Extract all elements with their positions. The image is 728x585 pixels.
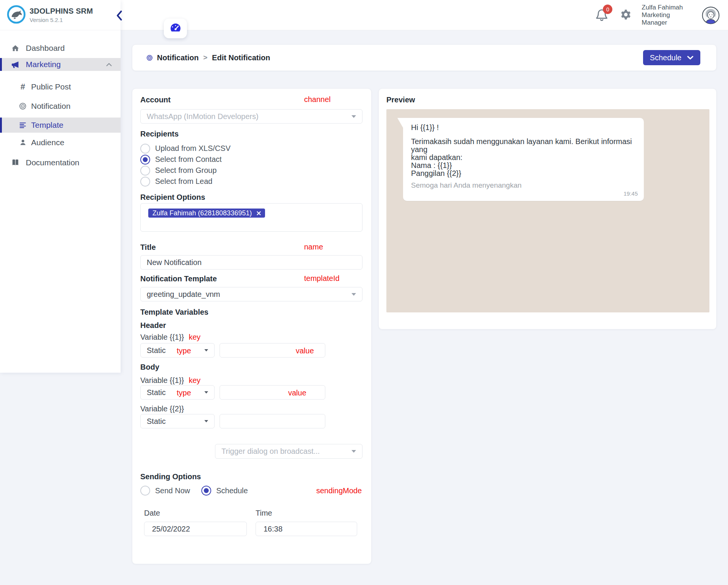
account-select[interactable]: WhatsApp (InMotion Developers): [140, 109, 362, 124]
annotation-key: key: [189, 333, 201, 341]
recipient-source-option-contact[interactable]: Select from Contact: [140, 154, 362, 165]
message-body: Terimakasih sudah menggunakan layanan ka…: [411, 138, 637, 177]
sending-option-send-now[interactable]: Send Now: [140, 485, 190, 496]
account-select-value: WhatsApp (InMotion Developers): [147, 112, 259, 121]
notification-form-card: Account channel WhatsApp (InMotion Devel…: [132, 88, 372, 564]
sidebar-item-template[interactable]: Template: [0, 118, 121, 133]
breadcrumb-current-page: Edit Notification: [212, 53, 270, 62]
schedule-action-button[interactable]: Schedule: [643, 50, 700, 65]
preview-label: Preview: [386, 96, 709, 104]
annotation-name: name: [304, 243, 323, 251]
annotation-type: type: [177, 389, 191, 397]
annotation-sending-mode: sendingMode: [316, 487, 362, 494]
sidebar-item-documentation[interactable]: Documentation: [0, 155, 121, 169]
notification-template-value: greeting_update_vnm: [147, 290, 220, 299]
annotation-key: key: [189, 376, 201, 384]
recipient-options-label: Recipient Options: [140, 193, 362, 201]
body-variable-2-type-select[interactable]: Static: [140, 414, 215, 428]
annotation-channel: channel: [304, 96, 331, 103]
caret-down-icon: [351, 450, 356, 453]
settings-button[interactable]: [620, 9, 632, 22]
sidebar-collapse-button[interactable]: [115, 10, 124, 23]
trigger-dialog-placeholder: Trigger dialog on broadcast...: [221, 447, 320, 456]
caret-down-icon: [204, 391, 208, 394]
recipient-source-option-group[interactable]: Select from Group: [140, 165, 362, 176]
dashboard-shortcut-button[interactable]: [164, 19, 187, 38]
recipient-source-option-upload[interactable]: Upload from XLS/CSV: [140, 143, 362, 154]
list-lines-icon: [18, 121, 27, 129]
sidebar-item-notification[interactable]: Notification: [0, 99, 121, 113]
date-input[interactable]: [144, 522, 247, 536]
home-icon: [11, 44, 20, 53]
recipient-source-option-lead[interactable]: Select from Lead: [140, 176, 362, 187]
trigger-dialog-select[interactable]: Trigger dialog on broadcast...: [215, 444, 362, 459]
caret-down-icon: [351, 115, 356, 118]
time-input[interactable]: [256, 522, 357, 536]
variables-body-section-label: Body: [140, 363, 362, 371]
chevron-up-icon: [106, 63, 112, 66]
time-label: Time: [256, 509, 272, 518]
annotation-type: type: [177, 347, 191, 354]
sidebar-item-dashboard[interactable]: Dashboard: [0, 41, 121, 55]
title-label: Title: [140, 243, 156, 251]
app-logo-dolphin-icon: [7, 5, 26, 25]
bell-icon: [595, 17, 609, 23]
app-name: 3DOLPHINS SRM: [30, 7, 93, 16]
body-variable-1-label: Variable {{1}}: [140, 376, 184, 384]
hash-icon: #: [18, 82, 27, 92]
notifications-bell-button[interactable]: 0: [595, 7, 610, 24]
megaphone-icon: [11, 60, 20, 69]
annotation-value: value: [288, 389, 306, 397]
bullseye-breadcrumb-icon: [146, 54, 153, 61]
preview-card: Preview Hi {{1}} ! Terimakasih sudah men…: [378, 88, 717, 329]
radio-checked-icon[interactable]: [140, 155, 150, 165]
app-version: Version 5.2.1: [30, 17, 93, 23]
body-variable-1-value-input[interactable]: value: [220, 385, 325, 400]
sidebar: 3DOLPHINS SRM Version 5.2.1 Dashboard Ma…: [0, 0, 121, 373]
body-variable-2-value-input[interactable]: [220, 414, 325, 428]
avatar[interactable]: [702, 6, 720, 24]
radio-unchecked-icon[interactable]: [140, 486, 150, 496]
body-variable-2-label: Variable {{2}}: [140, 405, 362, 412]
title-input[interactable]: [140, 255, 362, 270]
header-variable-1-type-select[interactable]: Static type: [140, 343, 215, 358]
body-variable-1-type-select[interactable]: Static type: [140, 385, 215, 400]
header-variable-1-value-input[interactable]: value: [220, 343, 325, 358]
date-label: Date: [144, 509, 160, 518]
annotation-template-id: templateId: [304, 274, 339, 282]
chevron-down-icon: [687, 56, 693, 60]
notification-template-select[interactable]: greeting_update_vnm: [140, 287, 362, 301]
user-info: Zulfa Fahimah Marketing Manager: [642, 4, 683, 27]
radio-unchecked-icon[interactable]: [140, 166, 150, 176]
gear-icon: [620, 9, 632, 22]
template-variables-label: Template Variables: [140, 308, 362, 316]
radio-unchecked-icon[interactable]: [140, 177, 150, 187]
radio-unchecked-icon[interactable]: [140, 144, 150, 154]
message-timestamp: 19:45: [623, 190, 638, 197]
notification-template-label: Notification Template: [140, 274, 217, 283]
variables-header-section-label: Header: [140, 322, 362, 329]
speedometer-icon: [169, 22, 182, 35]
whatsapp-chat-background: Hi {{1}} ! Terimakasih sudah menggunakan…: [386, 109, 709, 312]
breadcrumb: Notification > Edit Notification: [146, 53, 643, 62]
sending-option-schedule[interactable]: Schedule: [201, 485, 248, 496]
radio-checked-icon[interactable]: [201, 486, 211, 496]
caret-down-icon: [351, 293, 356, 296]
user-name: Zulfa Fahimah: [642, 4, 683, 11]
sidebar-item-public-post[interactable]: # Public Post: [0, 80, 121, 94]
caret-down-icon: [204, 349, 208, 351]
person-icon: [18, 138, 27, 146]
remove-recipient-icon[interactable]: [257, 211, 261, 215]
annotation-value: value: [296, 347, 314, 354]
user-role-line2: Manager: [642, 19, 683, 27]
app-logo-area: 3DOLPHINS SRM Version 5.2.1: [0, 0, 121, 30]
recipient-chip[interactable]: Zulfa Fahimah (6281808336951): [148, 209, 265, 218]
message-preview-bubble: Hi {{1}} ! Terimakasih sudah menggunakan…: [403, 118, 644, 201]
breadcrumb-section-link[interactable]: Notification: [157, 53, 199, 62]
recipient-options-box[interactable]: Zulfa Fahimah (6281808336951): [140, 203, 362, 232]
breadcrumb-bar: Notification > Edit Notification Schedul…: [132, 44, 717, 71]
sidebar-item-marketing[interactable]: Marketing: [0, 58, 121, 71]
sidebar-item-audience[interactable]: Audience: [0, 135, 121, 149]
schedule-button-label: Schedule: [650, 53, 681, 62]
sending-options-label: Sending Options: [140, 473, 362, 480]
